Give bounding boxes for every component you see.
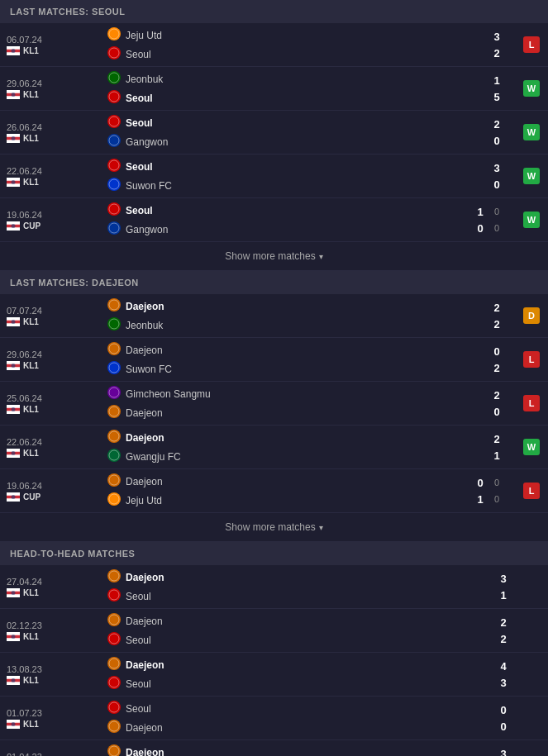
svg-rect-65	[7, 405, 20, 408]
teams-area: Daejeon Gwangju FC	[107, 426, 467, 468]
score-row-home: 3	[474, 570, 515, 587]
team-name-home: Daejeon	[126, 747, 474, 757]
match-info: 25.06.24 KL1	[0, 382, 107, 425]
flag-league-row: KL1	[7, 90, 101, 99]
team-name-home: Daejeon	[126, 432, 467, 444]
svg-rect-57	[7, 367, 20, 370]
team-logo-icon	[107, 46, 121, 62]
match-date: 06.07.24	[7, 35, 101, 45]
teams-area: Seoul Suwon FC	[107, 155, 467, 197]
teams-area: Gimcheon Sangmu Daejeon	[107, 382, 467, 425]
scores-area: 2 2	[467, 294, 508, 337]
result-area: L	[508, 23, 548, 66]
scores-area: 1 0 0 0	[467, 198, 508, 241]
team-name-away: Seoul	[126, 678, 474, 690]
show-more-button[interactable]: Show more matches ▾	[0, 513, 548, 542]
team-row-away: Gangwon	[107, 132, 467, 151]
match-date: 19.06.24	[7, 210, 101, 220]
league-label: KL1	[23, 317, 39, 326]
match-info: 19.06.24 CUP	[0, 469, 107, 512]
match-date: 13.08.23	[7, 664, 101, 674]
score-row-home: 2	[467, 430, 508, 447]
match-date: 02.12.23	[7, 620, 101, 630]
score-home: 1	[472, 206, 488, 218]
scores-area: 1 5	[467, 67, 508, 110]
svg-point-4	[12, 49, 16, 53]
flag-league-row: KL1	[7, 588, 101, 597]
match-info: 22.06.24 KL1	[0, 155, 107, 197]
team-row-home: Daejeon	[107, 472, 467, 491]
score-row-away: 2	[467, 359, 508, 376]
league-label: KL1	[23, 134, 39, 143]
team-logo-icon	[107, 588, 121, 604]
svg-point-94	[12, 591, 16, 595]
league-label: KL1	[23, 46, 39, 55]
team-row-home: Daejeon	[107, 428, 467, 447]
team-logo-icon	[107, 27, 121, 43]
match-date: 22.06.24	[7, 166, 101, 176]
team-logo-icon	[107, 115, 121, 131]
team-name-away: Seoul	[126, 49, 467, 60]
svg-rect-75	[7, 454, 20, 458]
team-logo-icon	[107, 71, 121, 87]
match-date: 29.06.24	[7, 78, 101, 88]
flag-league-row: KL1	[7, 178, 101, 187]
flag-league-row: KL1	[7, 405, 101, 414]
match-row: 26.06.24 KL1 Seoul	[0, 111, 548, 155]
team-logo-icon	[107, 317, 121, 333]
result-badge: W	[523, 439, 540, 455]
result-area: L	[508, 338, 548, 381]
teams-area: Daejeon Suwon FC	[107, 338, 467, 381]
result-area	[515, 740, 548, 756]
team-name-home: Gimcheon Sangmu	[126, 388, 467, 400]
svg-rect-56	[7, 361, 20, 364]
team-name-home: Daejeon	[126, 659, 474, 671]
team-row-away: Jeju Utd	[107, 491, 467, 510]
flag-league-row: KL1	[7, 317, 101, 326]
team-logo-icon	[107, 613, 121, 629]
match-info: 29.06.24 KL1	[0, 67, 107, 110]
team-logo-icon	[107, 361, 121, 377]
svg-point-40	[12, 224, 16, 228]
teams-area: Seoul Daejeon	[107, 697, 474, 739]
team-row-home: Jeonbuk	[107, 69, 467, 88]
match-row: 19.06.24 CUP Seoul	[0, 198, 548, 242]
result-area: W	[508, 155, 548, 197]
extra-score-home: 0	[488, 478, 505, 487]
teams-area: Seoul Gangwon	[107, 111, 467, 154]
team-name-away: Seoul	[126, 591, 474, 602]
score-row-home: 2	[474, 614, 515, 630]
section-header-daejeon: LAST MATCHES: DAEJEON	[0, 271, 548, 294]
match-info: 13.08.23 KL1	[0, 653, 107, 696]
team-row-home: Gimcheon Sangmu	[107, 384, 467, 403]
team-logo-icon	[107, 298, 121, 314]
svg-rect-39	[7, 227, 20, 231]
score-home: 3	[495, 573, 512, 585]
kr-flag-icon	[7, 317, 20, 326]
match-info: 26.06.24 KL1	[0, 111, 107, 154]
team-logo-icon	[107, 744, 121, 756]
teams-area: Daejeon Seoul	[107, 740, 474, 756]
team-row-home: Daejeon	[107, 568, 474, 587]
show-more-button[interactable]: Show more matches ▾	[0, 242, 548, 271]
match-date: 25.06.24	[7, 393, 101, 403]
league-label: KL1	[23, 90, 39, 99]
kr-flag-icon	[7, 221, 20, 231]
svg-rect-30	[7, 183, 20, 187]
score-away: 1	[472, 493, 488, 506]
league-label: KL1	[23, 405, 39, 414]
team-logo-icon	[107, 632, 121, 648]
svg-rect-11	[7, 90, 20, 93]
match-row: 01.04.23 KL1 Daejeon	[0, 740, 548, 756]
result-badge: L	[523, 483, 540, 499]
match-info: 06.07.24 KL1	[0, 23, 107, 66]
teams-area: Daejeon Seoul	[107, 609, 474, 652]
team-name-away: Jeju Utd	[126, 495, 467, 506]
kr-flag-icon	[7, 720, 20, 729]
result-badge: L	[523, 36, 540, 53]
svg-point-121	[12, 722, 16, 726]
svg-rect-92	[7, 588, 20, 592]
team-name-home: Seoul	[126, 703, 474, 715]
svg-rect-111	[7, 682, 20, 685]
kr-flag-icon	[7, 632, 20, 641]
